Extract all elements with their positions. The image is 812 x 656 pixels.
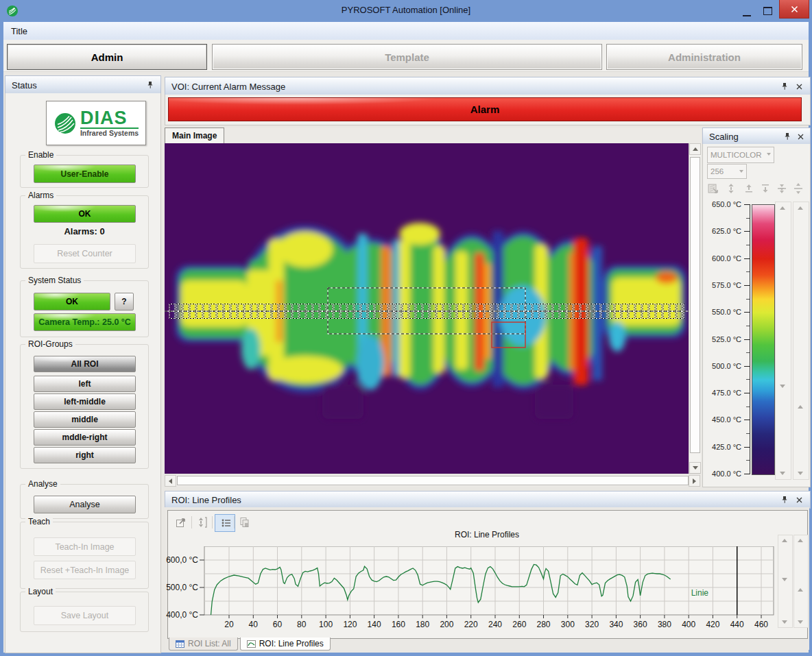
legend-list-icon[interactable]: [215, 514, 235, 532]
chevron-down-icon: [767, 153, 771, 156]
scale-tick-mark: [744, 231, 750, 232]
x-tick-label: 360: [634, 620, 647, 629]
status-panel-title: Status: [12, 80, 37, 90]
scale-tick-mark: [744, 420, 750, 420]
help-button[interactable]: ?: [115, 293, 134, 311]
roi-panel-header: ROI: Line Profiles: [165, 491, 811, 509]
roi-group-all[interactable]: All ROI: [34, 356, 136, 372]
expand-scale-icon[interactable]: [791, 181, 806, 196]
color-scale-bar: [752, 204, 775, 475]
thermal-image[interactable]: [165, 143, 689, 474]
y-tick-label: 600,0 °C: [166, 555, 198, 565]
close-icon[interactable]: [796, 132, 805, 141]
pin-icon[interactable]: [780, 495, 789, 505]
maximize-button[interactable]: [760, 5, 775, 16]
compress-scale-icon[interactable]: [774, 181, 789, 196]
roi-group-middle-right[interactable]: mddle-right: [34, 429, 136, 446]
pin-icon[interactable]: [783, 132, 792, 141]
scroll-right-button[interactable]: [689, 475, 700, 487]
copy-save-icon[interactable]: [237, 514, 253, 531]
minimize-button[interactable]: [739, 5, 754, 16]
alarm-banner: Alarm: [168, 97, 802, 121]
scale-tick-mark: [744, 204, 750, 205]
scale-tick-label: 550.0 °C: [703, 307, 741, 317]
tab-template[interactable]: Template: [212, 44, 602, 70]
y-tick-label: 500,0 °C: [166, 583, 198, 592]
scroll-up-button[interactable]: [689, 143, 701, 155]
chart-vertical-scrollbar[interactable]: [778, 535, 793, 628]
reset-counter-button[interactable]: Reset Counter: [34, 244, 136, 263]
tab-roi-line-profiles[interactable]: ROI: Line Profiles: [240, 637, 331, 651]
status-panel: DIAS Infrared Systems Enable User-Enable…: [5, 93, 161, 653]
scale-tick-mark: [744, 258, 750, 259]
system-ok-indicator[interactable]: OK: [34, 293, 110, 311]
logo-subtitle: Infrared Systems: [80, 127, 139, 137]
x-tick-label: 260: [512, 620, 526, 629]
alarm-count: Alarms: 0: [21, 226, 148, 236]
scale-tick-mark: [744, 474, 750, 474]
alarms-ok-indicator[interactable]: OK: [34, 205, 136, 223]
reset-teach-in-image-button[interactable]: Reset +Teach-In Image: [34, 561, 136, 579]
scale-tick-mark: [744, 366, 750, 367]
horizontal-scroll-thumb[interactable]: [177, 476, 689, 485]
camera-temp-indicator[interactable]: Camera Temp.: 25.0 °C: [34, 313, 136, 331]
scroll-left-button[interactable]: [165, 475, 176, 487]
menu-bar: Title: [3, 22, 809, 40]
voi-panel-header: VOI: Current Alarm Message: [165, 77, 811, 96]
voi-panel-title: VOI: Current Alarm Message: [171, 82, 285, 92]
line-profile-chart[interactable]: 2040608010012014016018020022024026028030…: [165, 546, 782, 632]
chart-zoom-scrollbar[interactable]: [793, 535, 809, 628]
x-tick-label: 120: [343, 620, 357, 629]
x-tick-label: 200: [440, 620, 453, 629]
tab-administration[interactable]: Administration: [606, 44, 802, 70]
scale-tick-label: 475.0 °C: [703, 388, 741, 398]
x-tick-label: 420: [706, 620, 719, 629]
image-horizontal-scrollbar[interactable]: [165, 474, 700, 486]
line-chart-icon: [247, 640, 256, 648]
user-enable-button[interactable]: User-Enable: [34, 165, 136, 183]
scaling-panel-header: Scaling: [702, 127, 811, 145]
x-tick-label: 440: [730, 620, 744, 629]
roi-panel-title: ROI: Line Profiles: [171, 495, 241, 505]
scale-max-scrollbar[interactable]: [775, 202, 791, 480]
x-tick-label: 240: [488, 620, 502, 629]
roi-group-left[interactable]: left: [34, 376, 136, 392]
auto-scale-icon[interactable]: [194, 514, 211, 531]
close-icon[interactable]: [794, 495, 804, 505]
system-status-group: System Status OK ? Camera Temp.: 25.0 °C: [20, 280, 149, 337]
analyse-button[interactable]: Analyse: [34, 496, 136, 513]
scale-tick-label: 525.0 °C: [703, 335, 741, 344]
scale-tick-area: 650.0 °C625.0 °C600.0 °C575.0 °C550.0 °C…: [703, 144, 751, 487]
scale-tick-label: 425.0 °C: [703, 442, 741, 452]
enable-group-label: Enable: [25, 150, 56, 160]
x-tick-label: 180: [416, 620, 429, 629]
tab-admin[interactable]: Admin: [7, 44, 207, 70]
layout-group-label: Layout: [25, 587, 56, 596]
scale-tick-label: 500.0 °C: [703, 361, 741, 371]
scale-tick-label: 575.0 °C: [703, 280, 741, 290]
roi-groups-label: ROI-Groups: [25, 339, 75, 349]
alarms-group: Alarms OK Alarms: 0 Reset Counter: [20, 195, 149, 269]
roi-group-middle[interactable]: middle: [34, 411, 136, 428]
scale-min-down-icon[interactable]: [758, 181, 773, 196]
roi-group-left-middle[interactable]: left-middle: [34, 393, 136, 410]
pin-icon[interactable]: [780, 82, 789, 91]
vertical-scroll-thumb[interactable]: [690, 157, 700, 453]
teach-in-image-button[interactable]: Teach-In Image: [34, 537, 136, 556]
analyse-group: Analyse Analyse: [20, 484, 149, 519]
table-icon: [176, 640, 184, 648]
menu-title[interactable]: Title: [11, 26, 27, 36]
roi-group-right[interactable]: right: [34, 447, 136, 463]
close-icon[interactable]: [794, 82, 804, 91]
scale-min-scrollbar[interactable]: [793, 202, 809, 480]
alarms-group-label: Alarms: [25, 191, 56, 200]
pin-icon[interactable]: [145, 80, 155, 90]
logo-name: DIAS: [80, 109, 139, 127]
close-button[interactable]: [779, 0, 809, 19]
scroll-down-button[interactable]: [689, 462, 701, 474]
tab-main-image[interactable]: Main Image: [165, 127, 224, 143]
export-chart-icon[interactable]: [173, 514, 189, 531]
image-vertical-scrollbar[interactable]: [689, 143, 701, 474]
tab-roi-list[interactable]: ROI List: All: [169, 637, 238, 651]
save-layout-button[interactable]: Save Layout: [34, 606, 136, 625]
